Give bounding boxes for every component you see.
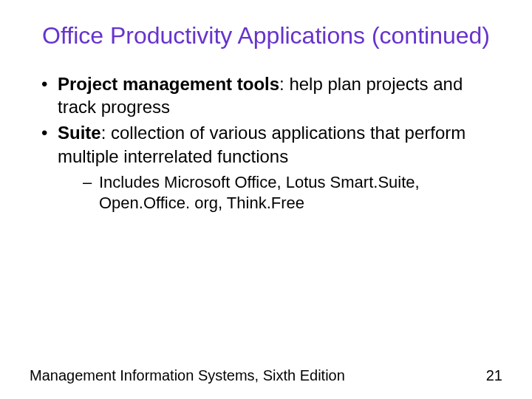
sub-item: Includes Microsoft Office, Lotus Smart.S… [80, 172, 502, 214]
bullet-list: Project management tools: help plan proj… [30, 72, 502, 214]
slide-title: Office Productivity Applications (contin… [30, 21, 502, 50]
bullet-text: : collection of various applications tha… [58, 123, 466, 166]
page-number: 21 [486, 367, 502, 384]
bullet-bold: Project management tools [58, 74, 279, 94]
bullet-item: Project management tools: help plan proj… [37, 72, 502, 118]
bullet-bold: Suite [58, 123, 101, 143]
bullet-item: Suite: collection of various application… [37, 121, 502, 214]
footer-left: Management Information Systems, Sixth Ed… [30, 367, 345, 384]
footer: Management Information Systems, Sixth Ed… [30, 367, 502, 384]
sub-list: Includes Microsoft Office, Lotus Smart.S… [58, 172, 502, 214]
